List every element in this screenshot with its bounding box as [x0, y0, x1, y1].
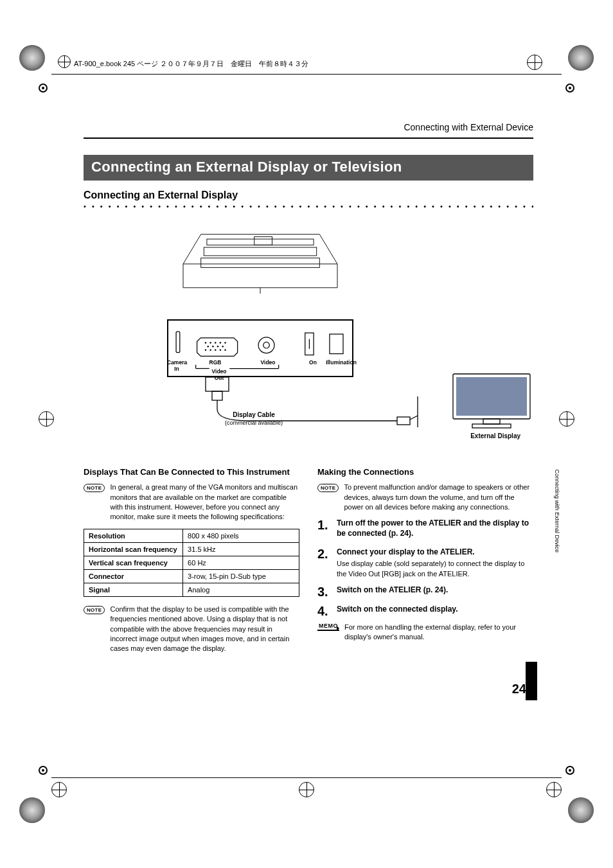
svg-rect-5 — [176, 332, 180, 352]
note-badge: NOTE — [84, 606, 105, 614]
external-display-drawing — [450, 371, 533, 437]
section-title: Connecting an External Display or Televi… — [84, 155, 533, 181]
spec-table: Resolution800 x 480 pixels Horizontal sc… — [84, 529, 299, 597]
dotted-rule: • • • • • • • • • • • • • • • • • • • • … — [84, 202, 533, 210]
registration-mark — [39, 411, 54, 427]
rule — [84, 137, 533, 139]
svg-point-18 — [220, 350, 221, 351]
spec-val: 3-row, 15-pin D-Sub type — [183, 569, 299, 583]
page-content: Connecting with External Device Connecti… — [84, 122, 533, 660]
note-badge: NOTE — [317, 484, 339, 492]
note-block: NOTE Confirm that the display to be used… — [84, 605, 299, 654]
step-4: 4. Switch on the connected display. — [317, 605, 533, 617]
registration-dot — [565, 84, 574, 93]
note-block: NOTE To prevent malfunction and/or damag… — [317, 483, 533, 512]
step-head: Switch on the ATELIER (p. 24). — [337, 585, 533, 596]
svg-point-8 — [215, 342, 216, 343]
svg-rect-3 — [254, 236, 272, 245]
footer-rule — [51, 777, 562, 778]
step-number: 4. — [317, 605, 332, 617]
svg-rect-24 — [330, 334, 343, 354]
header-rule — [51, 74, 562, 75]
crop-mark — [19, 797, 45, 823]
svg-point-19 — [224, 350, 226, 351]
note-text: To prevent malfunction and/or damage to … — [344, 483, 533, 512]
step-number: 1. — [317, 518, 332, 540]
step-body-text: Use display cable (sold separately) to c… — [337, 559, 533, 579]
svg-rect-34 — [483, 419, 500, 424]
svg-point-6 — [205, 342, 206, 343]
svg-point-11 — [208, 346, 209, 347]
svg-point-9 — [220, 342, 221, 343]
table-row: SignalAnalog — [84, 583, 299, 596]
note-block: NOTE In general, a great many of the VGA… — [84, 483, 299, 522]
memo-block: MEMO For more on handling the external d… — [317, 623, 533, 642]
svg-rect-1 — [204, 247, 316, 256]
panel-label-camera-in: Camera In — [167, 359, 186, 372]
step-1: 1. Turn off the power to the ATELIER and… — [317, 518, 533, 540]
step-number: 3. — [317, 585, 332, 598]
step-head: Connect your display to the ATELIER. — [337, 547, 533, 558]
registration-mark — [559, 411, 574, 427]
svg-point-17 — [215, 350, 216, 351]
crop-mark — [568, 797, 594, 823]
registration-mark — [546, 782, 562, 797]
spec-key: Horizontal scan frequency — [84, 542, 183, 556]
memo-badge: MEMO — [317, 623, 339, 631]
note-badge: NOTE — [84, 484, 105, 492]
svg-rect-29 — [206, 377, 229, 391]
panel-label-rgb: RGB — [206, 359, 225, 366]
table-row: Connector3-row, 15-pin D-Sub type — [84, 569, 299, 583]
spec-val: Analog — [183, 583, 299, 596]
crop-mark — [568, 45, 594, 71]
registration-mark — [527, 55, 542, 70]
note-text: Confirm that the display to be used is c… — [110, 605, 299, 654]
spec-val: 800 x 480 pixels — [183, 529, 299, 542]
spec-val: 31.5 kHz — [183, 542, 299, 556]
svg-point-20 — [258, 337, 274, 353]
running-head: Connecting with External Device — [84, 122, 533, 132]
organ-drawing — [167, 217, 353, 296]
connector-panel: Camera In RGB Video On Illumination Vide… — [167, 319, 353, 377]
svg-rect-33 — [456, 377, 527, 416]
crop-mark — [19, 45, 45, 71]
svg-rect-2 — [201, 258, 320, 268]
external-display-label: External Display — [470, 432, 520, 439]
side-running-text: Connecting with External Device — [554, 469, 560, 553]
panel-label-video: Video — [258, 359, 278, 366]
registration-dot — [565, 766, 574, 775]
svg-point-7 — [209, 342, 211, 343]
two-column-area: Displays That Can Be Connected to This I… — [84, 467, 533, 660]
step-3: 3. Switch on the ATELIER (p. 24). — [317, 585, 533, 598]
svg-point-10 — [224, 342, 226, 343]
registration-dot — [39, 766, 48, 775]
step-head: Switch on the connected display. — [337, 605, 533, 615]
table-row: Resolution800 x 480 pixels — [84, 529, 299, 542]
step-number: 2. — [317, 547, 332, 579]
spec-key: Resolution — [84, 529, 183, 542]
registration-mark — [51, 782, 67, 797]
memo-text: For more on handling the external displa… — [344, 623, 533, 642]
cable-label: Display Cable — [212, 411, 296, 418]
left-column: Displays That Can Be Connected to This I… — [84, 467, 299, 660]
svg-point-12 — [212, 346, 213, 347]
left-heading: Displays That Can Be Connected to This I… — [84, 467, 299, 477]
svg-rect-0 — [207, 239, 314, 245]
registration-mark — [299, 782, 314, 797]
svg-point-15 — [205, 350, 206, 351]
svg-point-14 — [222, 346, 223, 347]
spec-val: 60 Hz — [183, 556, 299, 569]
step-2: 2. Connect your display to the ATELIER. … — [317, 547, 533, 579]
svg-rect-35 — [472, 424, 511, 428]
step-head: Turn off the power to the ATELIER and th… — [337, 518, 533, 538]
svg-point-13 — [217, 346, 218, 347]
svg-rect-30 — [212, 391, 222, 400]
registration-dot — [39, 84, 48, 93]
right-column: Making the Connections NOTE To prevent m… — [317, 467, 533, 660]
note-text: In general, a great many of the VGA moni… — [110, 483, 299, 522]
spec-key: Signal — [84, 583, 183, 596]
cable-sublabel: (commercial available) — [206, 420, 302, 426]
right-heading: Making the Connections — [317, 467, 533, 477]
spec-key: Vertical scan frequency — [84, 556, 183, 569]
table-row: Horizontal scan frequency31.5 kHz — [84, 542, 299, 556]
